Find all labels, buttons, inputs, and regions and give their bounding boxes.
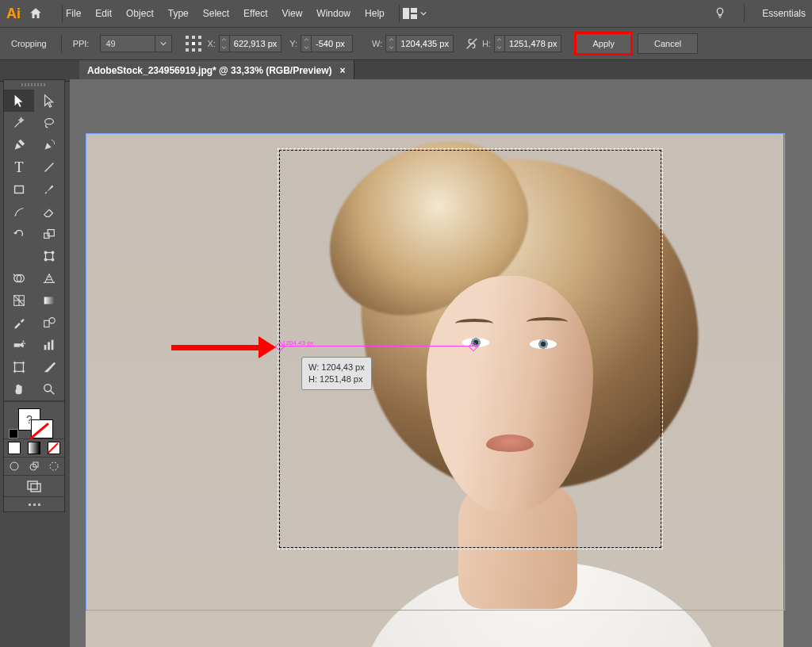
chevron-down-icon[interactable] <box>155 36 171 52</box>
control-bar: Cropping PPI: 49 X: 622,913 px Y: -540 p… <box>0 28 812 60</box>
y-stepper[interactable] <box>301 35 312 52</box>
column-graph-tool[interactable] <box>34 334 64 356</box>
slice-tool[interactable] <box>34 356 64 378</box>
ppi-select[interactable]: 49 <box>100 35 172 52</box>
menu-bar: Ai File Edit Object Type Select Effect V… <box>0 0 812 28</box>
chevron-up-icon[interactable] <box>301 36 311 44</box>
x-input[interactable]: 622,913 px <box>230 35 282 52</box>
h-field: H: 1251,478 px <box>482 35 562 52</box>
cancel-button[interactable]: Cancel <box>638 33 698 54</box>
home-icon[interactable] <box>29 6 43 21</box>
symbol-sprayer-tool[interactable] <box>4 334 34 356</box>
chevron-up-icon[interactable] <box>386 36 396 44</box>
menu-window[interactable]: Window <box>316 8 350 19</box>
eyedropper-tool[interactable] <box>4 312 34 334</box>
svg-rect-26 <box>44 297 55 304</box>
menu-effect[interactable]: Effect <box>243 8 267 19</box>
blend-tool[interactable] <box>34 312 64 334</box>
svg-rect-2 <box>411 14 417 19</box>
screen-mode-button[interactable] <box>4 475 64 496</box>
direct-selection-tool[interactable] <box>34 90 64 112</box>
y-input[interactable]: -540 px <box>312 35 353 52</box>
stroke-swatch[interactable] <box>31 419 53 438</box>
menu-type[interactable]: Type <box>168 8 189 19</box>
magic-wand-tool[interactable] <box>4 112 34 134</box>
default-fill-stroke-icon[interactable] <box>9 429 18 438</box>
w-input[interactable]: 1204,435 px <box>396 35 454 52</box>
x-label: X: <box>207 39 215 48</box>
hand-tool[interactable] <box>4 378 34 400</box>
chevron-down-icon[interactable] <box>220 44 229 52</box>
width-tool[interactable] <box>4 245 34 267</box>
menu-select[interactable]: Select <box>203 8 229 19</box>
h-input[interactable]: 1251,478 px <box>505 35 562 52</box>
free-transform-tool[interactable] <box>34 245 64 267</box>
draw-inside-icon[interactable] <box>44 457 64 475</box>
artboard-tool[interactable] <box>4 356 34 378</box>
chevron-down-icon[interactable] <box>386 44 396 52</box>
h-stepper[interactable] <box>494 35 505 52</box>
menu-view[interactable]: View <box>282 8 303 19</box>
canvas-area[interactable]: 1204,43 px W: 1204,43 px H: 1251,48 px <box>70 79 812 647</box>
draw-mode-row <box>4 457 64 475</box>
menu-edit[interactable]: Edit <box>95 8 112 19</box>
edit-toolbar-button[interactable] <box>4 496 64 511</box>
color-mode-none[interactable] <box>44 439 64 457</box>
svg-point-42 <box>50 462 58 470</box>
draw-behind-icon[interactable] <box>24 457 44 475</box>
gradient-tool[interactable] <box>34 289 64 312</box>
w-stepper[interactable] <box>385 35 396 52</box>
arrange-documents-button[interactable] <box>403 8 427 19</box>
mesh-tool[interactable] <box>4 289 34 312</box>
menu-object[interactable]: Object <box>126 8 154 19</box>
workspace-switcher[interactable]: Essentials <box>762 8 806 19</box>
menu-help[interactable]: Help <box>365 8 385 19</box>
curvature-tool[interactable] <box>34 134 64 156</box>
rotate-tool[interactable] <box>4 223 34 245</box>
chevron-up-icon[interactable] <box>220 36 229 44</box>
svg-rect-36 <box>15 363 24 372</box>
svg-rect-10 <box>192 48 195 52</box>
svg-point-31 <box>24 343 25 344</box>
svg-point-32 <box>23 345 25 346</box>
ppi-value[interactable]: 49 <box>101 36 155 52</box>
line-segment-tool[interactable] <box>34 156 64 178</box>
shape-builder-tool[interactable] <box>4 267 34 289</box>
color-mode-solid[interactable] <box>4 439 24 457</box>
document-tab-title: AdobeStock_234956919.jpg* @ 33,33% (RGB/… <box>87 65 332 76</box>
panel-grip[interactable] <box>4 80 64 90</box>
pen-tool[interactable] <box>4 134 34 156</box>
svg-rect-29 <box>14 343 20 347</box>
color-mode-gradient[interactable] <box>24 439 44 457</box>
selection-tool[interactable] <box>4 90 34 112</box>
apply-button[interactable]: Apply <box>576 33 631 54</box>
x-stepper[interactable] <box>219 35 230 52</box>
zoom-tool[interactable] <box>34 378 64 400</box>
document-tab[interactable]: AdobeStock_234956919.jpg* @ 33,33% (RGB/… <box>79 60 354 81</box>
svg-rect-7 <box>192 42 195 45</box>
svg-rect-0 <box>403 8 409 19</box>
eraser-tool[interactable] <box>34 201 64 223</box>
lasso-tool[interactable] <box>34 112 64 134</box>
type-tool[interactable]: T <box>4 156 34 178</box>
svg-point-13 <box>45 119 54 124</box>
chevron-down-icon[interactable] <box>301 44 311 52</box>
svg-rect-6 <box>186 42 189 45</box>
separator <box>744 5 745 22</box>
close-icon[interactable]: × <box>340 65 346 76</box>
chevron-down-icon <box>420 10 427 17</box>
scale-tool[interactable] <box>34 223 64 245</box>
shaper-tool[interactable] <box>4 201 34 223</box>
draw-normal-icon[interactable] <box>4 457 24 475</box>
reference-point-grid[interactable] <box>185 35 202 52</box>
help-tips-icon[interactable] <box>714 6 726 21</box>
paintbrush-tool[interactable] <box>34 178 64 201</box>
svg-rect-35 <box>52 340 54 350</box>
constrain-link-icon[interactable] <box>465 36 479 51</box>
perspective-grid-tool[interactable] <box>34 267 64 289</box>
chevron-down-icon[interactable] <box>495 44 504 52</box>
fill-stroke-swatch[interactable]: ? <box>4 401 64 438</box>
chevron-up-icon[interactable] <box>495 36 504 44</box>
menu-file[interactable]: File <box>66 8 81 19</box>
rectangle-tool[interactable] <box>4 178 34 201</box>
